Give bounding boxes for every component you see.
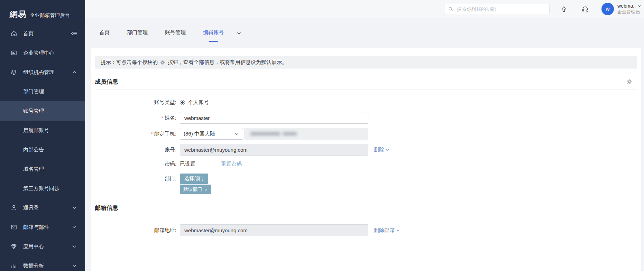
sidebar-item-label: 账号管理 [23, 108, 44, 114]
app-title: 企业邮箱管理后台 [30, 12, 70, 19]
department-row: 部门: 选择部门 [95, 174, 637, 184]
sidebar-item-label: 组织机构管理 [23, 69, 54, 76]
sidebar-item-enterprise-center[interactable]: 企业管理中心 [0, 43, 85, 63]
sidebar-item-internal-notice[interactable]: 内部公告 [0, 140, 85, 159]
org-card-icon [10, 49, 17, 56]
sidebar: 網易 企业邮箱管理后台 首页 企业管理中心 组织机构管理 部门管理 账号管理 启… [0, 0, 85, 271]
department-tag: 默认部门 × [180, 185, 211, 194]
search-input[interactable] [456, 6, 546, 12]
sidebar-item-home[interactable]: 首页 [0, 24, 85, 43]
required-asterisk: * [161, 115, 163, 121]
tab-account-mgmt[interactable]: 账号管理 [165, 29, 186, 36]
chevron-down-icon [71, 243, 77, 250]
phone-label: *绑定手机: [95, 131, 176, 137]
account-type-row: 账号类型: 个人账号 [95, 98, 637, 106]
user-menu[interactable]: webma.. 企业管理员 [617, 3, 642, 15]
home-icon [10, 30, 17, 37]
tab-department-mgmt[interactable]: 部门管理 [127, 29, 148, 36]
chevron-down-icon [385, 148, 390, 152]
main-area: 首页 部门管理 账号管理 编辑账号 提示：可点击每个模块的 按钮，查看全部信息，… [85, 18, 644, 271]
password-label: 密码: [95, 161, 176, 167]
section-title: 邮箱信息 [95, 204, 118, 212]
sidebar-item-label: 邮箱与邮件 [23, 224, 49, 231]
member-section-header: 成员信息 [95, 78, 637, 90]
sidebar-item-account-mgmt[interactable]: 账号管理 [0, 101, 85, 121]
sidebar-item-domain-mgmt[interactable]: 域名管理 [0, 159, 85, 179]
section-gear-icon[interactable] [626, 79, 632, 85]
sidebar-item-organization[interactable]: 组织机构管理 [0, 63, 85, 82]
sidebar-item-department-mgmt[interactable]: 部门管理 [0, 82, 85, 101]
chevron-down-icon [396, 228, 400, 233]
layers-icon [10, 69, 17, 76]
required-asterisk: * [151, 131, 153, 137]
user-name: webma.. [617, 3, 636, 9]
section-title: 成员信息 [95, 78, 118, 86]
sidebar-item-data-analysis[interactable]: 数据分析 [0, 256, 85, 271]
mail-address-input-disabled [180, 224, 368, 236]
mail-icon [10, 224, 17, 231]
chevron-down-icon [637, 4, 642, 8]
tab-edit-account[interactable]: 编辑账号 [203, 29, 224, 36]
sidebar-item-label: 首页 [23, 30, 34, 37]
user-role: 企业管理员 [617, 9, 642, 15]
sidebar-item-mailbox-mail[interactable]: 邮箱与邮件 [0, 217, 85, 237]
tab-dropdown-icon[interactable] [236, 30, 242, 36]
sidebar-item-label: 数据分析 [23, 263, 44, 269]
personal-account-radio[interactable] [180, 100, 185, 105]
chevron-down-icon [71, 224, 77, 230]
global-search [444, 4, 550, 14]
select-department-button[interactable]: 选择部门 [180, 174, 208, 184]
reset-password-link[interactable]: 重置密码 [221, 161, 242, 167]
remove-tag-icon[interactable]: × [205, 187, 208, 192]
delete-mailbox-link[interactable]: 删除邮箱 [374, 227, 400, 234]
sidebar-item-app-center[interactable]: 应用中心 [0, 237, 85, 256]
account-row: 账号: 删除 [95, 144, 637, 156]
notice-bar: 提示：可点击每个模块的 按钮，查看全部信息，或将常用信息设为默认展示。 [95, 56, 637, 68]
sidebar-item-label: 内部公告 [23, 147, 44, 153]
phone-number-input-masked[interactable] [244, 128, 368, 140]
chevron-up-icon [71, 69, 77, 75]
name-row: *姓名: [95, 112, 637, 124]
upload-icon[interactable] [560, 5, 568, 13]
sidebar-item-thirdparty-sync[interactable]: 第三方账号同步 [0, 179, 85, 198]
mailbox-section-header: 邮箱信息 [95, 204, 637, 216]
content-card: 提示：可点击每个模块的 按钮，查看全部信息，或将常用信息设为默认展示。 成员信息… [91, 48, 641, 271]
sidebar-item-label: 企业管理中心 [23, 50, 54, 56]
mail-address-row: 邮箱地址: 删除邮箱 [95, 224, 637, 236]
menu-fold-icon[interactable] [71, 30, 77, 37]
avatar[interactable]: w [601, 3, 614, 15]
mail-address-label: 邮箱地址: [95, 227, 176, 234]
chevron-down-icon [234, 131, 239, 137]
search-icon [448, 6, 453, 12]
person-icon [10, 204, 17, 211]
notice-text-prefix: 提示：可点击每个模块的 [101, 59, 158, 66]
department-tag-label: 默认部门 [183, 186, 202, 193]
notice-text-suffix: 按钮，查看全部信息，或将常用信息设为默认展示。 [168, 59, 287, 66]
sidebar-item-label: 启航邮账号 [23, 127, 49, 134]
chevron-down-icon [71, 205, 77, 211]
brand-logo: 網易 [10, 9, 26, 20]
member-form: 账号类型: 个人账号 *姓名: *绑定手机: (86) 中国大陆 [95, 90, 637, 194]
gear-icon [160, 60, 165, 65]
avatar-initial: w [606, 6, 610, 12]
sidebar-item-label: 域名管理 [23, 166, 44, 172]
phone-country-select[interactable]: (86) 中国大陆 [180, 128, 243, 140]
name-label: *姓名: [95, 115, 176, 121]
sidebar-item-label: 应用中心 [23, 243, 44, 250]
account-input-disabled [180, 144, 368, 156]
department-tag-row: 默认部门 × [95, 185, 637, 194]
delete-account-link[interactable]: 删除 [374, 147, 390, 153]
sidebar-item-contacts[interactable]: 通讯录 [0, 198, 85, 217]
mailbox-form: 邮箱地址: 删除邮箱 [95, 216, 637, 236]
name-input[interactable] [180, 112, 368, 124]
sidebar-item-qihang-account[interactable]: 启航邮账号 [0, 121, 85, 140]
tab-home[interactable]: 首页 [99, 29, 110, 36]
app-logo: 網易 企业邮箱管理后台 [0, 0, 85, 20]
account-label: 账号: [95, 147, 176, 153]
sidebar-item-label: 通讯录 [23, 205, 39, 211]
blurred-phone-digits [250, 132, 280, 136]
sidebar-menu: 首页 企业管理中心 组织机构管理 部门管理 账号管理 启航邮账号 内部公告 域名… [0, 24, 85, 271]
password-row: 密码: 已设置 重置密码 [95, 160, 637, 168]
radio-label: 个人账号 [188, 99, 209, 106]
headset-icon[interactable] [581, 5, 589, 13]
